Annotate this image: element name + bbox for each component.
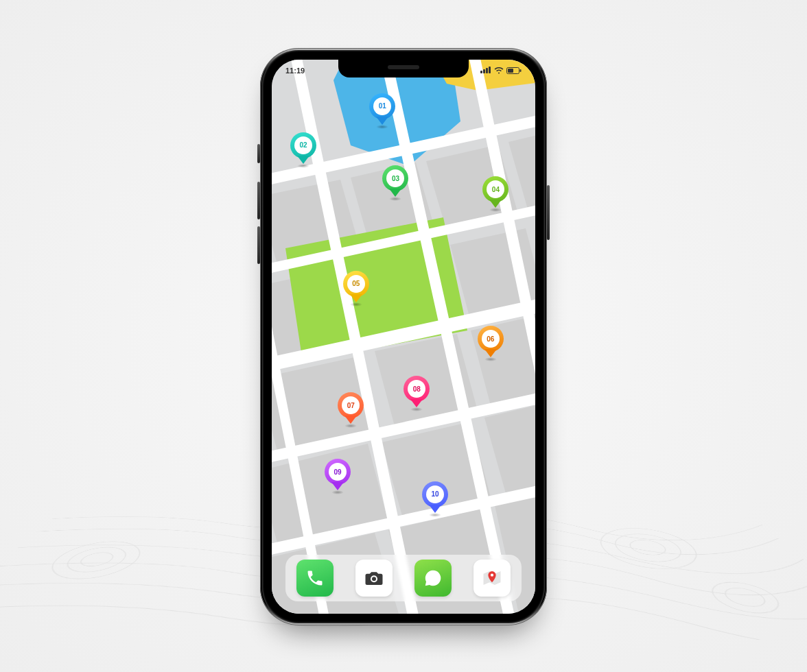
pin-body: 06 [478, 326, 504, 352]
dock-chat[interactable] [414, 560, 452, 597]
svg-point-4 [608, 534, 691, 562]
pin-shadow [410, 407, 423, 411]
wifi-icon [494, 67, 504, 74]
map-pin-05[interactable]: 05 [343, 271, 369, 304]
pin-shadow [484, 357, 497, 361]
pin-label: 04 [487, 180, 504, 198]
dock-maps[interactable] [473, 560, 511, 597]
pin-label: 01 [373, 97, 391, 115]
pin-shadow [344, 424, 357, 428]
dock [285, 555, 522, 601]
svg-point-2 [75, 553, 117, 566]
mute-switch [257, 144, 260, 163]
pin-label: 09 [329, 463, 347, 481]
camera-icon [364, 568, 384, 588]
pin-label: 05 [347, 275, 365, 293]
pin-shadow [429, 513, 441, 517]
map-pin-icon [482, 568, 502, 588]
pin-body: 04 [482, 176, 508, 202]
svg-point-40 [372, 577, 376, 581]
phone-screen: 11:19 [272, 60, 535, 614]
pin-body: 01 [369, 93, 395, 119]
svg-point-6 [703, 582, 791, 613]
pin-label: 02 [294, 136, 312, 154]
map-pin-06[interactable]: 06 [478, 326, 504, 359]
pin-shadow [297, 164, 309, 168]
pin-shadow [376, 125, 388, 129]
pin-label: 03 [386, 169, 404, 187]
map-pin-08[interactable]: 08 [404, 376, 430, 409]
svg-point-0 [36, 542, 151, 579]
map-pin-03[interactable]: 03 [382, 165, 408, 198]
pin-shadow [389, 197, 401, 201]
signal-icon [480, 67, 491, 75]
svg-rect-9 [508, 69, 513, 73]
map-pin-09[interactable]: 09 [325, 459, 351, 492]
map-pin-07[interactable]: 07 [338, 392, 364, 425]
volume-up-button [257, 182, 260, 219]
svg-point-3 [591, 528, 712, 568]
svg-point-41 [491, 574, 493, 577]
pin-label: 10 [426, 485, 444, 503]
dock-camera[interactable] [355, 560, 393, 597]
svg-point-1 [58, 547, 134, 572]
pin-body: 08 [404, 376, 430, 402]
map-pin-10[interactable]: 10 [422, 481, 448, 514]
pin-label: 07 [342, 396, 360, 414]
pin-shadow [350, 302, 362, 307]
chat-icon [423, 568, 443, 588]
pin-body: 10 [422, 481, 448, 507]
power-button [547, 185, 550, 240]
pin-body: 09 [325, 459, 351, 485]
phone-mockup: 11:19 [260, 48, 547, 625]
pin-body: 03 [382, 165, 408, 191]
pin-body: 02 [290, 132, 316, 158]
status-time: 11:19 [285, 67, 305, 75]
svg-point-5 [626, 540, 670, 555]
map-pin-01[interactable]: 01 [369, 93, 395, 126]
pin-shadow [331, 490, 344, 494]
phone-icon [305, 568, 325, 588]
svg-rect-10 [520, 69, 522, 72]
pin-label: 08 [408, 380, 425, 398]
pin-body: 07 [338, 392, 364, 418]
notch [338, 60, 469, 77]
map-pin-04[interactable]: 04 [482, 176, 508, 209]
svg-point-7 [719, 588, 772, 607]
pin-body: 05 [343, 271, 369, 297]
battery-icon [506, 67, 522, 74]
pin-label: 06 [482, 330, 500, 348]
volume-down-button [257, 226, 260, 264]
pin-shadow [489, 208, 502, 212]
dock-phone[interactable] [296, 560, 334, 597]
map-pin-02[interactable]: 02 [290, 132, 316, 165]
